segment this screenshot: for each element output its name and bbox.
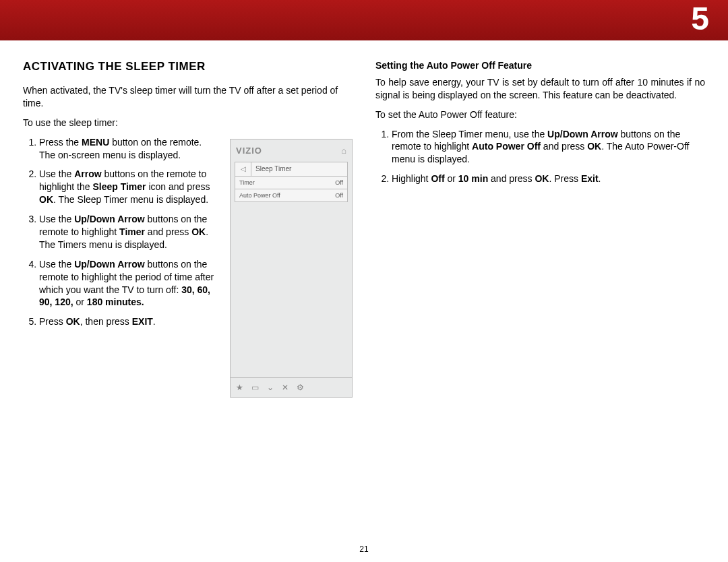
steps-list-wrap: Press the MENU button on the remote. The… xyxy=(23,136,219,336)
text: . xyxy=(599,173,601,184)
steps-list: From the Sleep Timer menu, use the Up/Do… xyxy=(375,128,705,186)
chapter-header: 5 xyxy=(0,0,728,40)
text: Highlight xyxy=(392,173,431,184)
menu-top-bar: VIZIO ⌂ xyxy=(231,139,352,160)
text: and press xyxy=(145,226,191,237)
left-column: ACTIVATING THE SLEEP TIMER When activate… xyxy=(23,59,353,398)
text: or xyxy=(73,296,87,307)
right-column: Setting the Auto Power Off Feature To he… xyxy=(375,59,705,398)
menu-row-timer: Timer Off xyxy=(235,177,348,189)
text: . xyxy=(153,316,156,327)
text: , then press xyxy=(80,316,132,327)
text: . The Sleep Timer menu is displayed. xyxy=(53,194,208,205)
bold-text: Up/Down Arrow xyxy=(74,214,144,224)
menu-title-row: ◁ Sleep Timer xyxy=(235,162,348,177)
page-content: ACTIVATING THE SLEEP TIMER When activate… xyxy=(0,40,728,404)
text: and press xyxy=(488,173,535,184)
bold-text: 180 minutes. xyxy=(87,296,144,307)
bold-text: EXIT xyxy=(132,316,153,327)
bold-text: 10 min xyxy=(458,173,488,184)
bold-text: Up/Down Arrow xyxy=(547,129,617,139)
star-icon: ★ xyxy=(236,382,243,393)
text: From the Sleep Timer menu, use the xyxy=(392,129,547,139)
menu-body-spacer xyxy=(231,202,352,377)
text: Use the xyxy=(39,214,74,224)
text: and press xyxy=(541,141,587,152)
text: Press the xyxy=(39,137,82,148)
chapter-number: 5 xyxy=(691,0,709,37)
close-icon: ✕ xyxy=(282,382,289,393)
page-number: 21 xyxy=(0,544,728,554)
text: icon and press xyxy=(146,181,210,192)
bold-text: Sleep Timer xyxy=(92,181,146,192)
text: Use the xyxy=(39,259,74,270)
bold-text: Arrow xyxy=(74,168,101,179)
step-4: Use the Up/Down Arrow buttons on the rem… xyxy=(39,258,219,309)
home-icon: ⌂ xyxy=(341,145,346,157)
bold-text: OK xyxy=(191,226,206,237)
bold-text: Exit xyxy=(581,173,599,184)
text: or xyxy=(445,173,458,184)
menu-row-value: Off xyxy=(335,191,343,199)
step-2: Highlight Off or 10 min and press OK. Pr… xyxy=(392,173,705,185)
bold-text: OK xyxy=(66,316,80,327)
step-1: Press the MENU button on the remote. The… xyxy=(39,136,219,162)
section-heading: ACTIVATING THE SLEEP TIMER xyxy=(23,59,353,75)
intro-paragraph: When activated, the TV's sleep timer wil… xyxy=(23,84,353,110)
bold-text: Up/Down Arrow xyxy=(74,259,144,270)
step-3: Use the Up/Down Arrow buttons on the rem… xyxy=(39,213,219,251)
back-icon: ◁ xyxy=(235,162,251,176)
bold-text: OK xyxy=(39,194,53,205)
onscreen-menu-illustration: VIZIO ⌂ ◁ Sleep Timer Timer Off Auto Pow… xyxy=(230,139,353,398)
intro-paragraph: To help save energy, your TV is set by d… xyxy=(375,76,705,102)
menu-row-label: Auto Power Off xyxy=(239,191,280,199)
bold-text: OK xyxy=(535,173,549,184)
step-2: Use the Arrow buttons on the remote to h… xyxy=(39,168,219,206)
step-1: From the Sleep Timer menu, use the Up/Do… xyxy=(392,128,705,166)
bold-text: Auto Power Off xyxy=(472,141,541,152)
bold-text: Off xyxy=(431,173,444,184)
menu-row-auto-power-off: Auto Power Off Off xyxy=(235,189,348,202)
text: Press xyxy=(39,316,66,327)
menu-row-label: Timer xyxy=(239,179,255,187)
subsection-heading: Setting the Auto Power Off Feature xyxy=(375,59,705,72)
bold-text: Timer xyxy=(119,226,145,237)
text: Use the xyxy=(39,168,74,179)
lead-line: To set the Auto Power Off feature: xyxy=(375,108,705,121)
brand-logo: VIZIO xyxy=(236,145,262,157)
bold-text: MENU xyxy=(82,137,109,148)
wide-icon: ▭ xyxy=(251,382,259,393)
steps-and-menu: Press the MENU button on the remote. The… xyxy=(23,136,353,398)
menu-footer: ★ ▭ ⌄ ✕ ⚙ xyxy=(231,377,352,397)
chevron-down-icon: ⌄ xyxy=(267,382,274,393)
menu-row-value: Off xyxy=(335,179,343,187)
text: . Press xyxy=(549,173,580,184)
lead-line: To use the sleep timer: xyxy=(23,117,353,129)
menu-title: Sleep Timer xyxy=(251,162,347,176)
gear-icon: ⚙ xyxy=(297,382,304,393)
bold-text: OK xyxy=(587,141,601,152)
step-5: Press OK, then press EXIT. xyxy=(39,315,219,328)
steps-list: Press the MENU button on the remote. The… xyxy=(23,136,219,329)
